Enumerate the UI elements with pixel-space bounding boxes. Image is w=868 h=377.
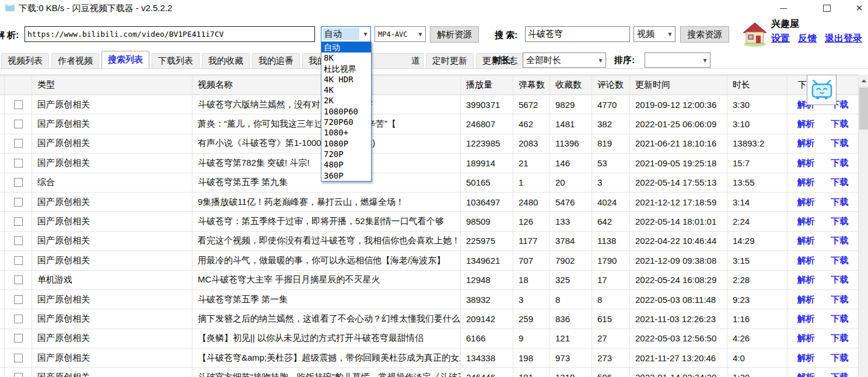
feedback-link[interactable]: 反馈 — [798, 33, 817, 45]
parse-link[interactable]: 解析 — [797, 216, 815, 227]
row-checkbox[interactable] — [14, 256, 23, 265]
quality-option-6[interactable]: 1080P60 — [321, 106, 371, 117]
search-type-select[interactable]: 视频 ▼ — [634, 26, 676, 42]
parse-link[interactable]: 解析 — [797, 177, 815, 188]
parse-link[interactable]: 解析 — [797, 333, 815, 344]
parse-link[interactable]: 解析 — [797, 255, 815, 266]
download-link[interactable]: 下载 — [831, 255, 849, 266]
url-input[interactable] — [24, 26, 315, 42]
download-link[interactable]: 下载 — [831, 294, 849, 305]
table-row[interactable]: 国产原创相关9集播放破11亿！药老巅峰赛，暴打云山，燃爆全场！103649724… — [0, 193, 858, 212]
search-resource-button[interactable]: 搜索资源 — [680, 26, 729, 43]
table-row[interactable]: 国产原创相关摘下发簪之后的纳兰嫣然，这谁看了不会心动？幻维太懂我们要什么了【斗破… — [0, 309, 858, 329]
row-checkbox[interactable] — [14, 198, 23, 207]
row-checkbox[interactable] — [14, 295, 23, 304]
quality-option-1[interactable]: 8K — [321, 53, 371, 63]
quality-option-4[interactable]: 4K — [321, 85, 371, 95]
row-checkbox[interactable] — [14, 217, 23, 226]
scrollbar-thumb[interactable] — [859, 88, 868, 130]
row-checkbox[interactable] — [14, 159, 23, 167]
quality-option-11[interactable]: 480P — [321, 159, 371, 170]
table-row[interactable]: 国产原创相关斗破苍穹六版纳兰嫣然，没有对比就没有伤害39903715672982… — [0, 95, 858, 114]
table-row[interactable]: 国产原创相关用最冷的斗气，做最暖的事，你可以永远相信他【海老/海波东】13496… — [0, 251, 858, 270]
parse-link[interactable]: 解析 — [797, 138, 815, 149]
table-row[interactable]: 国产原创相关有声小说《斗破苍穹》第1-1000集 (全1655集)1223985… — [0, 134, 858, 153]
row-checkbox[interactable] — [14, 315, 23, 323]
download-link[interactable]: 下载 — [831, 158, 849, 169]
quality-option-12[interactable]: 360P — [321, 170, 371, 181]
parse-link[interactable]: 解析 — [797, 235, 815, 246]
bilibili-float-button[interactable] — [807, 75, 836, 105]
tab-3[interactable]: 下载列表 — [152, 53, 200, 68]
parse-link[interactable]: 解析 — [797, 197, 815, 208]
tab-4[interactable]: 我的收藏 — [202, 53, 250, 68]
table-row[interactable]: 国产原创相关萧炎：“薰儿，你可知我这三年过得是何等的辛苦”【2468074621… — [0, 114, 858, 134]
parse-link[interactable]: 解析 — [797, 274, 815, 285]
sort-select[interactable]: ▼ — [645, 53, 710, 68]
quality-option-3[interactable]: 4K HDR — [321, 74, 371, 85]
quality-option-7[interactable]: 720P60 — [321, 117, 371, 127]
table-row[interactable]: 国产原创相关斗破苍穹：第五季终于过审，即将开播，52集剧情一口气看个够98509… — [0, 212, 858, 231]
quality-option-2[interactable]: 杜比视界 — [321, 64, 371, 74]
parse-link[interactable]: 解析 — [797, 313, 815, 324]
download-link[interactable]: 下载 — [831, 372, 849, 377]
row-checkbox[interactable] — [14, 236, 23, 245]
table-row[interactable]: 国产原创相关斗破苍穹第五季 第一集389323882022-05-03 08:1… — [0, 290, 858, 309]
download-link[interactable]: 下载 — [831, 235, 849, 246]
row-checkbox[interactable] — [14, 120, 23, 128]
scroll-up-arrow-icon[interactable] — [859, 76, 868, 86]
settings-link[interactable]: 设置 — [771, 33, 790, 45]
download-link[interactable]: 下载 — [831, 352, 849, 364]
quality-option-8[interactable]: 1080+ — [321, 127, 371, 138]
row-checkbox[interactable] — [14, 275, 23, 284]
table-row[interactable]: 国产原创相关斗破官方细节“接吻挂胸，吃饭挂碗”豹儿莫慌，常规操作淡定《斗破苍穹》… — [0, 368, 858, 377]
download-link[interactable]: 下载 — [831, 118, 849, 130]
download-link[interactable]: 下载 — [831, 274, 849, 285]
cell-duration: 4:26 — [727, 329, 788, 348]
home-house-icon[interactable] — [742, 21, 768, 47]
download-link[interactable]: 下载 — [831, 177, 849, 188]
format-select-value: MP4-AVC — [375, 30, 415, 39]
parse-link[interactable]: 解析 — [797, 352, 815, 364]
search-input[interactable] — [525, 26, 630, 42]
table-row[interactable]: 国产原创相关看完这个视频，即使你没有看过斗破苍穹，我相信你也会喜欢上她！ (之前… — [0, 232, 858, 251]
quality-option-10[interactable]: 720P — [321, 149, 371, 159]
row-checkbox[interactable] — [14, 139, 23, 148]
row-checkbox[interactable] — [14, 100, 23, 109]
maximize-button[interactable] — [815, 0, 838, 16]
tab-8[interactable]: 定时更新 — [426, 53, 474, 68]
row-checkbox[interactable] — [14, 178, 23, 187]
download-link[interactable]: 下载 — [831, 313, 849, 324]
quality-select[interactable]: 自动 ▼ — [321, 26, 371, 42]
download-link[interactable]: 下载 — [831, 216, 849, 227]
table-row[interactable]: 单机游戏MC斗破苍穹大主宰 手握日月摘星辰的不灭星火12948183251720… — [0, 271, 858, 290]
download-link[interactable]: 下载 — [831, 197, 849, 208]
close-button[interactable]: ✕ — [850, 0, 868, 16]
row-checkbox[interactable] — [14, 334, 23, 343]
table-row[interactable]: 国产原创相关【炎鳞】初见|| 以你从未见过的方式打开斗破苍穹最甜情侣616691… — [0, 329, 858, 348]
quality-option-9[interactable]: 1080P — [321, 138, 371, 149]
row-checkbox[interactable] — [14, 373, 23, 377]
tab-5[interactable]: 我的追番 — [252, 53, 300, 68]
duration-filter-select[interactable]: 全部时长 ▼ — [523, 53, 606, 68]
parse-link[interactable]: 解析 — [797, 294, 815, 305]
quality-option-0[interactable]: 自动 — [321, 42, 371, 53]
parse-resource-button[interactable]: 解析资源 — [430, 26, 479, 43]
tab-0[interactable]: 视频列表 — [1, 53, 49, 68]
download-link[interactable]: 下载 — [831, 333, 849, 344]
table-row[interactable]: 国产原创相关斗破苍穹第782集 突破! 斗宗!18991421146532021… — [0, 153, 858, 173]
minimize-button[interactable] — [772, 0, 795, 16]
download-link[interactable]: 下载 — [831, 138, 849, 149]
parse-link[interactable]: 解析 — [797, 372, 815, 377]
quality-option-5[interactable]: 2K — [321, 95, 371, 106]
tab-2[interactable]: 搜索列表 — [102, 51, 149, 68]
row-checkbox[interactable] — [14, 354, 23, 362]
parse-link[interactable]: 解析 — [797, 118, 815, 130]
logout-link[interactable]: 退出登录 — [825, 33, 862, 45]
tab-1[interactable]: 作者视频 — [51, 53, 99, 68]
vertical-scrollbar[interactable] — [858, 75, 868, 377]
table-row[interactable]: 综合斗破苍穹第五季 第九集5016512032022-05-14 17:55:1… — [0, 173, 858, 193]
format-select[interactable]: MP4-AVC ▼ — [374, 26, 426, 42]
parse-link[interactable]: 解析 — [797, 158, 815, 169]
table-row[interactable]: 国产原创相关【斗破苍穹&amp;美杜莎】超级震撼，带你回顾美杜莎成为真正的女王做… — [0, 348, 858, 368]
